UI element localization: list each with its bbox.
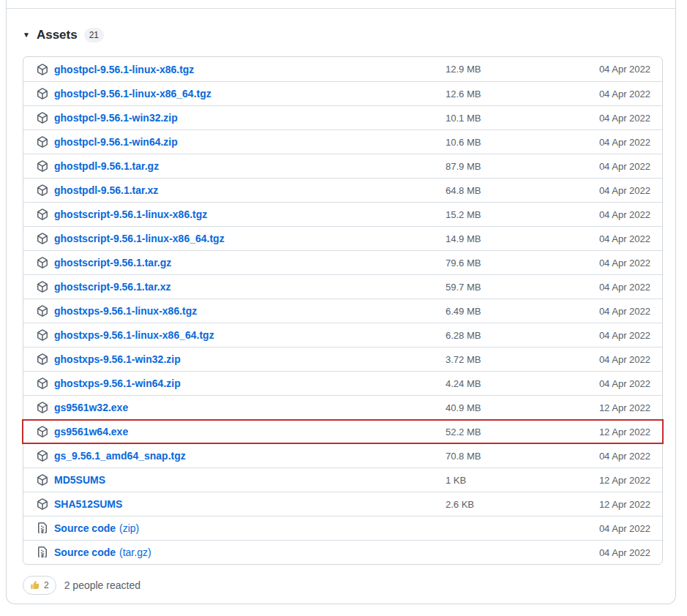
thumbs-up-reaction-button[interactable]: 2 (23, 576, 56, 595)
assets-list: ghostpcl-9.56.1-linux-x86.tgz 12.9 MB 04… (23, 56, 663, 565)
asset-link[interactable]: ghostpcl-9.56.1-linux-x86.tgz (54, 64, 446, 75)
asset-link[interactable]: SHA512SUMS (54, 498, 446, 510)
section-divider (7, 8, 675, 9)
asset-row: gs9561w32.exe 40.9 MB 12 Apr 2022 (23, 395, 662, 419)
asset-row: ghostscript-9.56.1-linux-x86.tgz 15.2 MB… (23, 202, 662, 226)
asset-size: 4.24 MB (446, 378, 581, 389)
asset-link-label: ghostxps-9.56.1-linux-x86_64.tgz (54, 329, 214, 341)
package-icon (37, 498, 48, 510)
asset-row: ghostscript-9.56.1.tar.gz 79.6 MB 04 Apr… (23, 250, 662, 274)
asset-date: 04 Apr 2022 (581, 64, 650, 75)
asset-link[interactable]: ghostscript-9.56.1.tar.gz (54, 257, 446, 268)
asset-row: ghostxps-9.56.1-linux-x86_64.tgz 6.28 MB… (23, 323, 662, 347)
asset-row: ghostscript-9.56.1-linux-x86_64.tgz 14.9… (23, 226, 662, 250)
asset-date: 04 Apr 2022 (581, 523, 650, 534)
asset-link[interactable]: ghostscript-9.56.1-linux-x86.tgz (54, 209, 446, 220)
asset-link[interactable]: ghostxps-9.56.1-win32.zip (54, 353, 446, 365)
asset-row: ghostpdl-9.56.1.tar.gz 87.9 MB 04 Apr 20… (23, 154, 662, 178)
asset-size: 1 KB (446, 475, 581, 486)
asset-link-label: ghostpdl-9.56.1.tar.xz (54, 184, 158, 196)
asset-link[interactable]: gs9561w64.exe (54, 426, 446, 437)
assets-count-badge: 21 (84, 28, 104, 42)
package-icon (37, 305, 48, 317)
asset-size: 40.9 MB (446, 402, 581, 413)
asset-date: 04 Apr 2022 (581, 89, 650, 99)
asset-date: 04 Apr 2022 (581, 161, 650, 172)
reaction-summary: 2 people reacted (64, 579, 140, 591)
package-icon (37, 426, 48, 437)
asset-date: 12 Apr 2022 (581, 499, 650, 510)
asset-size: 64.8 MB (446, 185, 581, 196)
asset-date: 04 Apr 2022 (581, 451, 650, 462)
asset-date: 12 Apr 2022 (581, 402, 650, 413)
asset-link-label: ghostpdl-9.56.1.tar.gz (54, 160, 159, 172)
asset-link-label: ghostscript-9.56.1-linux-x86.tgz (54, 209, 207, 220)
asset-link[interactable]: Source code (tar.gz) (54, 546, 446, 558)
package-icon (37, 402, 48, 413)
asset-link[interactable]: ghostpcl-9.56.1-linux-x86_64.tgz (54, 88, 446, 99)
package-icon (37, 209, 48, 220)
asset-link[interactable]: ghostscript-9.56.1.tar.xz (54, 281, 446, 293)
asset-date: 04 Apr 2022 (581, 258, 650, 268)
assets-toggle[interactable]: ▼ Assets 21 (23, 26, 663, 44)
asset-row: ghostxps-9.56.1-win32.zip 3.72 MB 04 Apr… (23, 347, 662, 371)
asset-size: 6.28 MB (446, 330, 581, 341)
caret-down-icon: ▼ (23, 31, 30, 39)
package-icon (37, 64, 48, 75)
asset-size: 12.9 MB (446, 64, 581, 75)
asset-link[interactable]: ghostxps-9.56.1-win64.zip (54, 378, 446, 389)
asset-row: SHA512SUMS 2.6 KB 12 Apr 2022 (23, 492, 662, 516)
package-icon (37, 233, 48, 244)
asset-link[interactable]: ghostpdl-9.56.1.tar.gz (54, 160, 446, 172)
asset-link[interactable]: ghostpcl-9.56.1-win64.zip (54, 136, 446, 148)
package-icon (37, 88, 48, 99)
asset-date: 04 Apr 2022 (581, 137, 650, 148)
asset-row: ghostxps-9.56.1-win64.zip 4.24 MB 04 Apr… (23, 371, 662, 395)
asset-row: ghostxps-9.56.1-linux-x86.tgz 6.49 MB 04… (23, 298, 662, 323)
asset-size: 59.7 MB (446, 282, 581, 293)
file-zip-icon (37, 546, 48, 558)
asset-link[interactable]: Source code (zip) (54, 522, 446, 534)
asset-row: ghostpcl-9.56.1-win32.zip 10.1 MB 04 Apr… (23, 105, 662, 129)
asset-row: ghostscript-9.56.1.tar.xz 59.7 MB 04 Apr… (23, 274, 662, 298)
asset-row: Source code (zip) 04 Apr 2022 (23, 516, 662, 540)
asset-link[interactable]: ghostpdl-9.56.1.tar.xz (54, 184, 446, 196)
asset-link[interactable]: gs9561w32.exe (54, 402, 446, 413)
asset-link[interactable]: gs_9.56.1_amd64_snap.tgz (54, 450, 446, 462)
asset-row: Source code (tar.gz) 04 Apr 2022 (23, 540, 662, 564)
package-icon (37, 474, 48, 486)
asset-link-label: ghostscript-9.56.1-linux-x86_64.tgz (54, 233, 225, 244)
asset-link[interactable]: ghostxps-9.56.1-linux-x86_64.tgz (54, 329, 446, 341)
asset-date: 04 Apr 2022 (581, 330, 650, 341)
asset-link-label: Source code (54, 546, 116, 558)
asset-row: ghostpdl-9.56.1.tar.xz 64.8 MB 04 Apr 20… (23, 178, 662, 202)
asset-link-suffix: (tar.gz) (119, 546, 151, 558)
asset-date: 04 Apr 2022 (581, 306, 650, 317)
asset-link-label: gs9561w64.exe (54, 426, 128, 437)
asset-row: ghostpcl-9.56.1-linux-x86.tgz 12.9 MB 04… (23, 57, 662, 81)
asset-link-label: ghostxps-9.56.1-linux-x86.tgz (54, 305, 197, 317)
asset-link-label: gs9561w32.exe (54, 402, 128, 413)
asset-link-label: Source code (54, 522, 116, 534)
asset-size: 70.8 MB (446, 451, 581, 462)
asset-link-label: MD5SUMS (54, 474, 105, 486)
asset-row: ghostpcl-9.56.1-win64.zip 10.6 MB 04 Apr… (23, 129, 662, 154)
asset-size: 15.2 MB (446, 209, 581, 220)
package-icon (37, 184, 48, 196)
package-icon (37, 353, 48, 365)
package-icon (37, 450, 48, 462)
asset-date: 04 Apr 2022 (581, 209, 650, 220)
asset-size: 79.6 MB (446, 258, 581, 268)
asset-link-label: gs_9.56.1_amd64_snap.tgz (54, 450, 186, 462)
asset-link[interactable]: ghostpcl-9.56.1-win32.zip (54, 112, 446, 124)
package-icon (37, 136, 48, 148)
package-icon (37, 160, 48, 172)
asset-link[interactable]: ghostxps-9.56.1-linux-x86.tgz (54, 305, 446, 317)
asset-link[interactable]: MD5SUMS (54, 474, 446, 486)
file-zip-icon (37, 522, 48, 534)
assets-title: Assets (37, 26, 78, 44)
asset-date: 04 Apr 2022 (581, 185, 650, 196)
asset-link[interactable]: ghostscript-9.56.1-linux-x86_64.tgz (54, 233, 446, 244)
asset-link-label: ghostxps-9.56.1-win32.zip (54, 353, 181, 365)
thumbs-up-icon (30, 580, 40, 590)
